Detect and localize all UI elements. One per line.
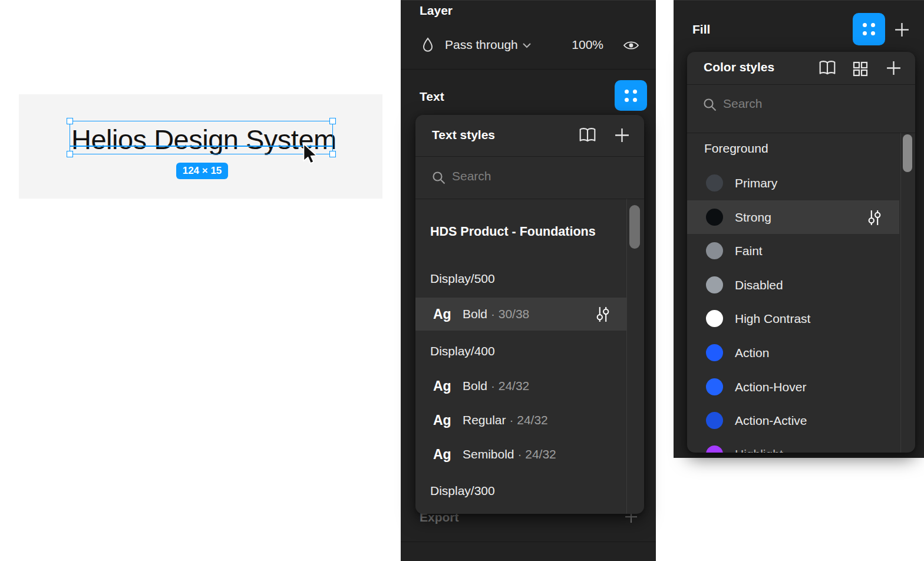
text-styles-title: Text styles bbox=[432, 128, 495, 142]
selection-handle[interactable] bbox=[329, 151, 336, 157]
color-style-item[interactable]: Action-Hover bbox=[687, 370, 899, 404]
color-style-item[interactable]: Strong bbox=[687, 200, 899, 234]
text-style-item[interactable]: Ag Regular · 24/32 bbox=[415, 404, 626, 437]
search-icon bbox=[703, 98, 717, 112]
selection-handle[interactable] bbox=[67, 118, 73, 124]
style-group-label: Display/400 bbox=[430, 344, 495, 358]
color-style-item[interactable]: Action-Active bbox=[687, 404, 899, 437]
selection-handle[interactable] bbox=[329, 118, 336, 124]
style-group-label: Display/500 bbox=[430, 272, 495, 286]
style-sample: Ag bbox=[433, 412, 451, 428]
visibility-eye-icon[interactable] bbox=[623, 39, 639, 51]
blend-mode-select[interactable]: Pass through bbox=[445, 38, 518, 52]
adjust-style-icon[interactable] bbox=[867, 210, 882, 226]
color-swatch bbox=[706, 344, 723, 361]
color-swatch bbox=[706, 412, 723, 429]
cursor-pointer-icon bbox=[302, 143, 319, 164]
text-styles-search-input[interactable] bbox=[452, 169, 593, 183]
library-name: HDS Product - Foundations bbox=[430, 225, 596, 239]
color-style-item[interactable]: Faint bbox=[687, 234, 899, 268]
text-style-item[interactable]: Ag Bold · 24/32 bbox=[415, 369, 626, 402]
style-name: Bold · 24/32 bbox=[463, 379, 529, 393]
color-style-item[interactable]: Primary bbox=[687, 166, 899, 200]
color-styles-panel: Color styles Foreground bbox=[687, 52, 915, 453]
figma-app: Helios Design System 124 × 15 Layer Pass… bbox=[0, 0, 924, 561]
selection-box[interactable] bbox=[70, 121, 333, 154]
style-sample: Ag bbox=[433, 306, 451, 322]
color-swatch bbox=[706, 310, 723, 327]
fill-panel: Fill Color styles bbox=[674, 0, 924, 458]
add-color-style-icon[interactable] bbox=[886, 60, 902, 76]
text-styles-panel: Text styles HDS Product - Foundations Di… bbox=[415, 115, 644, 514]
text-style-item[interactable]: Ag Bold · 30/38 bbox=[415, 298, 626, 331]
layer-section-title: Layer bbox=[420, 4, 453, 18]
fill-style-picker-button[interactable] bbox=[853, 13, 885, 45]
scrollbar-thumb[interactable] bbox=[629, 205, 640, 249]
color-style-item[interactable]: Action bbox=[687, 336, 899, 369]
color-styles-title: Color styles bbox=[704, 60, 774, 74]
text-style-item[interactable]: Ag Semibold · 24/32 bbox=[415, 438, 626, 471]
style-name: Bold · 30/38 bbox=[463, 307, 529, 321]
opacity-field[interactable]: 100% bbox=[570, 38, 603, 52]
color-style-item[interactable]: Highlight bbox=[687, 437, 899, 453]
color-swatch bbox=[706, 209, 723, 226]
properties-panel: Layer Pass through 100% Text Export bbox=[401, 0, 656, 561]
style-name: Regular · 24/32 bbox=[463, 413, 548, 427]
style-group-label: Display/300 bbox=[430, 484, 495, 498]
grid-view-icon[interactable] bbox=[853, 61, 868, 77]
color-style-item[interactable]: Disabled bbox=[687, 268, 899, 302]
chevron-down-icon[interactable] bbox=[522, 42, 532, 48]
style-library-book-icon[interactable] bbox=[819, 60, 836, 76]
color-swatch bbox=[706, 446, 723, 453]
style-library-book-icon[interactable] bbox=[579, 127, 596, 143]
color-swatch bbox=[706, 242, 723, 259]
color-swatch bbox=[706, 276, 723, 293]
style-sample: Ag bbox=[433, 378, 451, 394]
color-group-label: Foreground bbox=[704, 141, 768, 156]
search-icon bbox=[432, 171, 446, 185]
dimension-badge: 124 × 15 bbox=[176, 163, 228, 179]
adjust-style-icon[interactable] bbox=[596, 306, 610, 322]
fill-section-title: Fill bbox=[692, 22, 710, 37]
text-style-picker-button[interactable] bbox=[615, 80, 647, 111]
color-styles-search-input[interactable] bbox=[723, 97, 864, 111]
add-text-style-icon[interactable] bbox=[614, 127, 630, 143]
text-baseline-indicator bbox=[70, 146, 333, 147]
blend-mode-icon bbox=[422, 37, 434, 52]
style-sample: Ag bbox=[433, 447, 451, 463]
text-section-title: Text bbox=[420, 90, 444, 104]
selection-handle[interactable] bbox=[67, 151, 73, 157]
color-style-item[interactable]: High Contrast bbox=[687, 302, 899, 335]
add-fill-icon[interactable] bbox=[894, 22, 910, 38]
style-name: Semibold · 24/32 bbox=[463, 447, 556, 461]
scrollbar-thumb[interactable] bbox=[903, 134, 912, 172]
color-swatch bbox=[706, 378, 723, 395]
color-swatch bbox=[706, 174, 723, 192]
